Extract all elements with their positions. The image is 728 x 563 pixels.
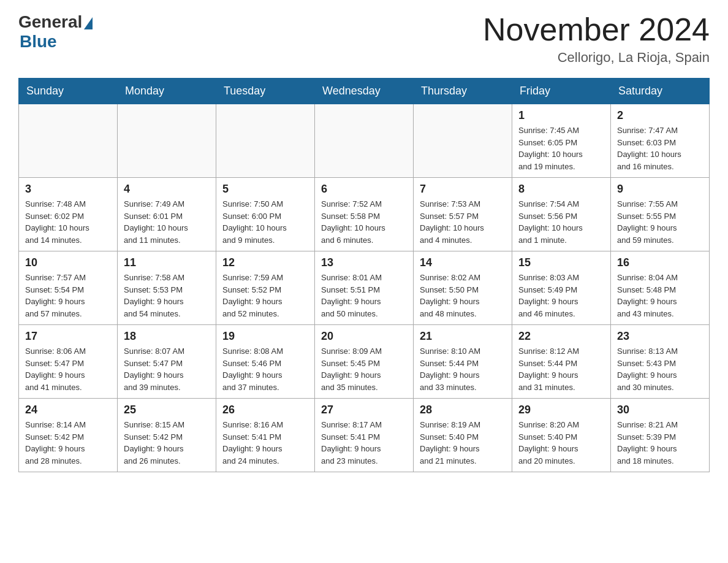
calendar-cell [118, 104, 216, 178]
week-row-2: 10Sunrise: 7:57 AMSunset: 5:54 PMDayligh… [19, 251, 710, 325]
calendar-cell: 27Sunrise: 8:17 AMSunset: 5:41 PMDayligh… [315, 399, 414, 472]
calendar-cell: 30Sunrise: 8:21 AMSunset: 5:39 PMDayligh… [611, 399, 710, 472]
calendar-cell: 29Sunrise: 8:20 AMSunset: 5:40 PMDayligh… [512, 399, 611, 472]
calendar-cell: 9Sunrise: 7:55 AMSunset: 5:55 PMDaylight… [611, 178, 710, 251]
calendar-cell: 6Sunrise: 7:52 AMSunset: 5:58 PMDaylight… [315, 178, 414, 251]
calendar-cell: 10Sunrise: 7:57 AMSunset: 5:54 PMDayligh… [19, 251, 118, 325]
week-row-0: 1Sunrise: 7:45 AMSunset: 6:05 PMDaylight… [19, 104, 710, 178]
day-info: Sunrise: 7:59 AMSunset: 5:52 PMDaylight:… [222, 272, 308, 320]
calendar-cell: 12Sunrise: 7:59 AMSunset: 5:52 PMDayligh… [216, 251, 315, 325]
day-info: Sunrise: 8:14 AMSunset: 5:42 PMDaylight:… [25, 419, 111, 467]
title-block: November 2024 Cellorigo, La Rioja, Spain [483, 12, 710, 66]
calendar-table: SundayMondayTuesdayWednesdayThursdayFrid… [18, 78, 710, 472]
day-info: Sunrise: 8:10 AMSunset: 5:44 PMDaylight:… [420, 345, 506, 393]
day-info: Sunrise: 7:48 AMSunset: 6:02 PMDaylight:… [25, 198, 111, 246]
day-number: 11 [124, 256, 210, 269]
day-info: Sunrise: 8:07 AMSunset: 5:47 PMDaylight:… [124, 345, 210, 393]
logo-triangle-icon [84, 17, 93, 29]
day-number: 2 [617, 109, 703, 122]
weekday-header-sunday: Sunday [19, 79, 118, 104]
day-number: 9 [617, 183, 703, 196]
calendar-cell: 21Sunrise: 8:10 AMSunset: 5:44 PMDayligh… [414, 325, 512, 399]
day-number: 14 [420, 256, 506, 269]
week-row-3: 17Sunrise: 8:06 AMSunset: 5:47 PMDayligh… [19, 325, 710, 399]
day-number: 5 [222, 183, 308, 196]
day-info: Sunrise: 7:47 AMSunset: 6:03 PMDaylight:… [617, 124, 703, 172]
calendar-cell: 20Sunrise: 8:09 AMSunset: 5:45 PMDayligh… [315, 325, 414, 399]
weekday-header-thursday: Thursday [414, 79, 512, 104]
day-info: Sunrise: 7:52 AMSunset: 5:58 PMDaylight:… [321, 198, 407, 246]
day-number: 21 [420, 330, 506, 343]
week-row-1: 3Sunrise: 7:48 AMSunset: 6:02 PMDaylight… [19, 178, 710, 251]
calendar-cell: 25Sunrise: 8:15 AMSunset: 5:42 PMDayligh… [118, 399, 216, 472]
day-number: 10 [25, 256, 111, 269]
weekday-header-wednesday: Wednesday [315, 79, 414, 104]
weekday-header-tuesday: Tuesday [216, 79, 315, 104]
page-header: General Blue November 2024 Cellorigo, La… [18, 12, 710, 66]
day-number: 27 [321, 404, 407, 416]
calendar-cell: 8Sunrise: 7:54 AMSunset: 5:56 PMDaylight… [512, 178, 611, 251]
calendar-cell: 3Sunrise: 7:48 AMSunset: 6:02 PMDaylight… [19, 178, 118, 251]
calendar-cell: 18Sunrise: 8:07 AMSunset: 5:47 PMDayligh… [118, 325, 216, 399]
day-info: Sunrise: 7:50 AMSunset: 6:00 PMDaylight:… [222, 198, 308, 246]
day-number: 20 [321, 330, 407, 343]
calendar-cell: 5Sunrise: 7:50 AMSunset: 6:00 PMDaylight… [216, 178, 315, 251]
calendar-cell: 23Sunrise: 8:13 AMSunset: 5:43 PMDayligh… [611, 325, 710, 399]
weekday-header-saturday: Saturday [611, 79, 710, 104]
calendar-cell: 17Sunrise: 8:06 AMSunset: 5:47 PMDayligh… [19, 325, 118, 399]
day-info: Sunrise: 8:12 AMSunset: 5:44 PMDaylight:… [518, 345, 604, 393]
day-info: Sunrise: 8:13 AMSunset: 5:43 PMDaylight:… [617, 345, 703, 393]
day-number: 29 [518, 404, 604, 416]
calendar-cell: 19Sunrise: 8:08 AMSunset: 5:46 PMDayligh… [216, 325, 315, 399]
weekday-header-friday: Friday [512, 79, 611, 104]
day-number: 13 [321, 256, 407, 269]
day-number: 3 [25, 183, 111, 196]
calendar-cell: 15Sunrise: 8:03 AMSunset: 5:49 PMDayligh… [512, 251, 611, 325]
calendar-cell: 28Sunrise: 8:19 AMSunset: 5:40 PMDayligh… [414, 399, 512, 472]
calendar-cell: 4Sunrise: 7:49 AMSunset: 6:01 PMDaylight… [118, 178, 216, 251]
day-number: 22 [518, 330, 604, 343]
calendar-cell: 14Sunrise: 8:02 AMSunset: 5:50 PMDayligh… [414, 251, 512, 325]
weekday-header-monday: Monday [118, 79, 216, 104]
day-number: 26 [222, 404, 308, 416]
calendar-cell: 22Sunrise: 8:12 AMSunset: 5:44 PMDayligh… [512, 325, 611, 399]
day-info: Sunrise: 8:16 AMSunset: 5:41 PMDaylight:… [222, 419, 308, 467]
day-number: 25 [124, 404, 210, 416]
day-number: 30 [617, 404, 703, 416]
month-year-title: November 2024 [483, 12, 710, 47]
calendar-cell: 2Sunrise: 7:47 AMSunset: 6:03 PMDaylight… [611, 104, 710, 178]
calendar-cell [216, 104, 315, 178]
day-number: 4 [124, 183, 210, 196]
calendar-cell: 1Sunrise: 7:45 AMSunset: 6:05 PMDaylight… [512, 104, 611, 178]
calendar-cell: 7Sunrise: 7:53 AMSunset: 5:57 PMDaylight… [414, 178, 512, 251]
day-number: 7 [420, 183, 506, 196]
day-number: 12 [222, 256, 308, 269]
day-info: Sunrise: 8:21 AMSunset: 5:39 PMDaylight:… [617, 419, 703, 467]
calendar-cell: 26Sunrise: 8:16 AMSunset: 5:41 PMDayligh… [216, 399, 315, 472]
day-info: Sunrise: 7:53 AMSunset: 5:57 PMDaylight:… [420, 198, 506, 246]
day-info: Sunrise: 8:02 AMSunset: 5:50 PMDaylight:… [420, 272, 506, 320]
day-info: Sunrise: 7:55 AMSunset: 5:55 PMDaylight:… [617, 198, 703, 246]
calendar-cell: 24Sunrise: 8:14 AMSunset: 5:42 PMDayligh… [19, 399, 118, 472]
day-number: 19 [222, 330, 308, 343]
location-subtitle: Cellorigo, La Rioja, Spain [483, 50, 710, 66]
calendar-cell [414, 104, 512, 178]
calendar-cell: 11Sunrise: 7:58 AMSunset: 5:53 PMDayligh… [118, 251, 216, 325]
day-info: Sunrise: 7:57 AMSunset: 5:54 PMDaylight:… [25, 272, 111, 320]
weekday-header-row: SundayMondayTuesdayWednesdayThursdayFrid… [19, 79, 710, 104]
day-number: 8 [518, 183, 604, 196]
calendar-cell: 13Sunrise: 8:01 AMSunset: 5:51 PMDayligh… [315, 251, 414, 325]
day-number: 28 [420, 404, 506, 416]
day-number: 23 [617, 330, 703, 343]
day-number: 6 [321, 183, 407, 196]
day-info: Sunrise: 8:04 AMSunset: 5:48 PMDaylight:… [617, 272, 703, 320]
day-info: Sunrise: 8:20 AMSunset: 5:40 PMDaylight:… [518, 419, 604, 467]
day-info: Sunrise: 8:17 AMSunset: 5:41 PMDaylight:… [321, 419, 407, 467]
day-number: 15 [518, 256, 604, 269]
day-info: Sunrise: 8:08 AMSunset: 5:46 PMDaylight:… [222, 345, 308, 393]
day-info: Sunrise: 8:03 AMSunset: 5:49 PMDaylight:… [518, 272, 604, 320]
calendar-cell [19, 104, 118, 178]
week-row-4: 24Sunrise: 8:14 AMSunset: 5:42 PMDayligh… [19, 399, 710, 472]
day-info: Sunrise: 7:54 AMSunset: 5:56 PMDaylight:… [518, 198, 604, 246]
day-number: 18 [124, 330, 210, 343]
